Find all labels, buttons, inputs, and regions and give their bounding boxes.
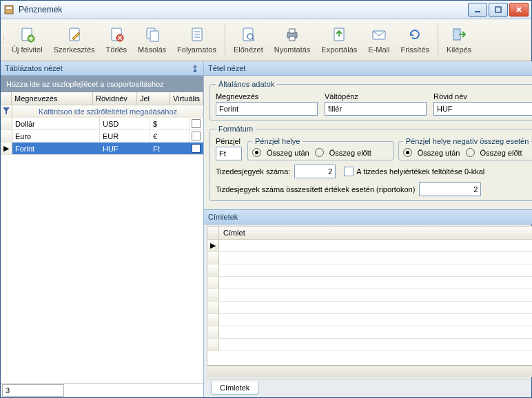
exit-button[interactable]: Kilépés — [441, 19, 477, 61]
change-input[interactable] — [325, 102, 427, 116]
denom-row[interactable]: ▶20 000 — [207, 240, 532, 252]
virtual-checkbox[interactable] — [192, 144, 201, 153]
sign-neg-before-radio[interactable] — [466, 148, 475, 157]
zero-fill-label: A tizedes helyiértékek feltöltése 0-kkal — [356, 167, 484, 176]
denoms-tab[interactable]: Címletek — [211, 381, 258, 395]
denom-row[interactable]: 500 — [207, 302, 532, 314]
decimals-report-input[interactable] — [419, 182, 481, 196]
sign-neg-before-label: Összeg előtt — [480, 149, 522, 157]
row-selector[interactable] — [207, 264, 219, 276]
svg-rect-1 — [6, 7, 12, 9]
export-button[interactable]: Exportálás — [316, 19, 362, 61]
table-row[interactable]: DollárUSD$ — [1, 118, 203, 130]
col-name[interactable]: Megnevezés — [12, 92, 93, 105]
grid-header: Megnevezés Rövidnév Jel Virtuális — [1, 92, 203, 105]
denom-row[interactable]: 50 — [207, 339, 532, 351]
col-sign[interactable]: Jel — [137, 92, 170, 105]
grid-body[interactable]: DollárUSD$EuroEUR€▶ForintHUFFt — [1, 118, 203, 383]
delete-button[interactable]: Törlés — [101, 19, 133, 61]
sign-input[interactable] — [216, 147, 242, 160]
sign-neg-legend: Pénzjel helye negatív összeg esetén — [403, 137, 532, 145]
format-fieldset: Formátum Pénzjel Pénzjel helye Összeg ut… — [209, 125, 532, 201]
row-selector[interactable] — [207, 314, 219, 326]
denoms-grid: Címlet ▲ ▶20 00010 0005 0002 0001 000500… — [207, 226, 532, 366]
denom-value: 500 — [219, 302, 532, 313]
row-selector[interactable] — [207, 289, 219, 301]
detail-pane-header: Tétel nézet — [204, 61, 532, 76]
row-selector[interactable]: ▶ — [1, 143, 12, 154]
sign-neg-after-radio[interactable] — [403, 148, 412, 157]
detail-pane: Tétel nézet Általános adatok Megnevezés — [204, 61, 532, 397]
row-selector[interactable] — [207, 252, 219, 264]
minimize-button[interactable] — [468, 3, 487, 17]
preview-button[interactable]: Előnézet — [228, 19, 269, 61]
table-row[interactable]: EuroEUR€ — [1, 130, 203, 143]
row-selector[interactable] — [207, 277, 219, 289]
cell-virtual — [190, 118, 203, 129]
maximize-button[interactable] — [489, 3, 508, 17]
denom-row[interactable]: 100 — [207, 326, 532, 339]
col-short[interactable]: Rövidnév — [93, 92, 137, 105]
name-input[interactable] — [216, 102, 318, 116]
print-icon — [284, 26, 300, 43]
virtual-checkbox[interactable] — [192, 132, 201, 140]
filter-row[interactable]: Kattintson ide szűrőfeltétel megadásához — [1, 105, 203, 118]
denom-row[interactable]: 10 000 — [207, 252, 532, 264]
col-virtual[interactable]: Virtuális — [170, 92, 203, 105]
denom-col[interactable]: Címlet — [219, 227, 532, 239]
denoms-grid-body[interactable]: ▶20 00010 0005 0002 0001 00050020010050 — [207, 240, 532, 354]
decimals-input[interactable] — [294, 165, 336, 178]
denoms-title: Címletek — [208, 213, 238, 221]
cell-sign: Ft — [150, 143, 190, 154]
cell-sign: $ — [150, 118, 190, 129]
sign-pos-before-radio[interactable] — [315, 148, 324, 157]
cell-short: HUF — [100, 143, 150, 154]
print-button[interactable]: Nyomtatás — [269, 19, 316, 61]
new-button[interactable]: Új felvitel — [6, 19, 48, 61]
denom-row-selector-header[interactable] — [207, 227, 219, 239]
denom-value: 200 — [219, 314, 532, 326]
denom-row[interactable]: 5 000 — [207, 264, 532, 277]
denoms-grid-header: Címlet ▲ — [207, 227, 532, 240]
email-button[interactable]: E-Mail — [362, 19, 395, 61]
row-selector-header[interactable] — [1, 92, 12, 105]
sign-pos-after-radio[interactable] — [252, 148, 261, 157]
row-selector[interactable] — [1, 130, 12, 142]
refresh-button[interactable]: Frissítés — [395, 19, 435, 61]
denom-row[interactable]: 2 000 — [207, 277, 532, 289]
pin-icon[interactable] — [191, 64, 199, 72]
row-selector[interactable] — [207, 326, 219, 338]
row-selector[interactable] — [207, 302, 219, 313]
email-icon — [371, 26, 387, 43]
close-button[interactable] — [509, 3, 529, 17]
svg-rect-2 — [475, 11, 480, 12]
continuous-button[interactable]: Folyamatos — [172, 19, 222, 61]
cell-short: EUR — [100, 130, 150, 142]
svg-rect-10 — [150, 31, 158, 41]
svg-rect-15 — [289, 29, 295, 33]
denom-row[interactable]: 200 — [207, 314, 532, 326]
row-selector[interactable] — [1, 118, 12, 129]
row-selector[interactable] — [207, 339, 219, 350]
copy-button[interactable]: Másolás — [132, 19, 172, 61]
denom-row[interactable]: 1 000 — [207, 289, 532, 302]
name-label: Megnevezés — [216, 92, 318, 101]
exit-icon — [451, 26, 467, 43]
preview-icon — [240, 26, 256, 43]
sign-pos-legend: Pénzjel helye — [252, 137, 303, 145]
denom-value: 50 — [219, 339, 532, 350]
sign-label: Pénzjel — [216, 137, 243, 145]
filter-hint: Kattintson ide szűrőfeltétel megadásához — [12, 105, 203, 118]
short-input[interactable] — [433, 102, 532, 116]
cell-name: Forint — [12, 143, 100, 154]
horizontal-scrollbar[interactable] — [207, 366, 532, 377]
table-row[interactable]: ▶ForintHUFFt — [1, 143, 203, 155]
export-icon — [331, 26, 347, 43]
virtual-checkbox[interactable] — [192, 119, 201, 128]
row-selector[interactable]: ▶ — [207, 240, 219, 251]
detail-body: Általános adatok Megnevezés Váltópénz Rö… — [204, 76, 532, 209]
edit-button[interactable]: Szerkesztés — [48, 19, 101, 61]
denom-value: 20 000 — [219, 240, 532, 251]
zero-fill-checkbox[interactable] — [344, 167, 354, 176]
group-hint[interactable]: Húzza ide az oszlopfejlécet a csoportosí… — [1, 76, 203, 92]
